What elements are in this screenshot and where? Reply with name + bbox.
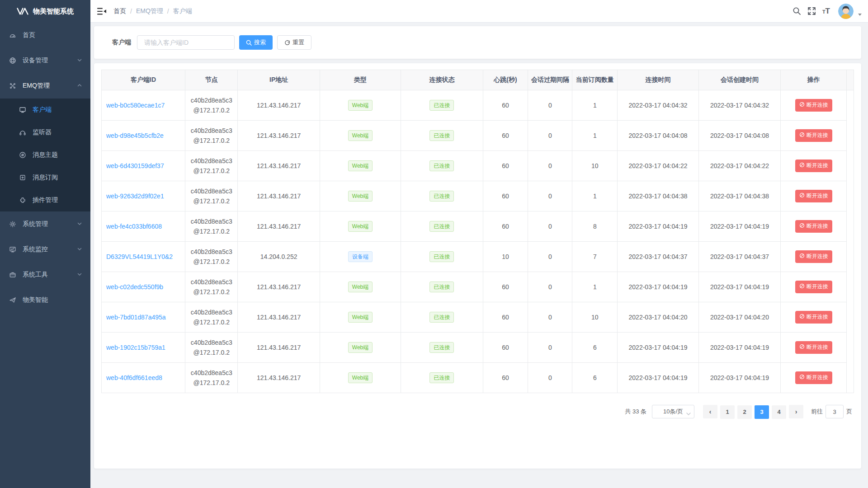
fullscreen-icon[interactable] <box>807 7 816 15</box>
sidebar-item-设备管理[interactable]: 设备管理 <box>0 48 90 73</box>
page-button-2[interactable]: 2 <box>737 405 752 419</box>
status-badge: 已连接 <box>429 312 454 323</box>
breadcrumb-home[interactable]: 首页 <box>113 7 126 15</box>
node-name: c40b2d8ea5c3 <box>185 95 237 105</box>
app-title: 物美智能系统 <box>33 7 74 16</box>
created-time-cell: 2022-03-17 04:04:32 <box>698 90 780 120</box>
disconnect-icon <box>799 374 805 381</box>
disconnect-button[interactable]: 断开连接 <box>795 311 832 324</box>
disconnect-button[interactable]: 断开连接 <box>795 129 832 142</box>
sidebar-item-EMQ管理[interactable]: EMQ管理 <box>0 73 90 99</box>
client-id-link[interactable]: D6329VL54419L1Y0&2 <box>106 253 173 260</box>
connected-time-cell: 2022-03-17 04:04:22 <box>618 150 699 181</box>
gear-icon <box>9 221 16 228</box>
topic-icon <box>19 151 26 159</box>
sidebar-item-系统监控[interactable]: 系统监控 <box>0 237 90 262</box>
avatar[interactable] <box>838 4 854 19</box>
client-id-link[interactable]: web-7bd01d87a495a <box>106 314 166 321</box>
node-address: @172.17.0.2 <box>185 166 237 176</box>
goto-page-input[interactable] <box>826 405 844 418</box>
node-name: c40b2d8ea5c3 <box>185 126 237 136</box>
search-button[interactable]: 搜索 <box>239 35 273 50</box>
client-id-link[interactable]: web-9263d2d9f02e1 <box>106 192 164 200</box>
chevron-down-icon <box>77 246 82 253</box>
user-menu-caret-icon[interactable] <box>858 14 862 16</box>
table-row: web-7bd01d87a495a c40b2d8ea5c3@172.17.0.… <box>102 302 854 332</box>
node-name: c40b2d8ea5c3 <box>185 277 237 287</box>
sidebar-item-系统管理[interactable]: 系统管理 <box>0 211 90 237</box>
status-badge: 已连接 <box>429 100 454 111</box>
page-button-4[interactable]: 4 <box>772 405 786 419</box>
breadcrumb: 首页 / EMQ管理 / 客户端 <box>113 7 192 15</box>
sidebar-menu: 首页设备管理EMQ管理客户端监听器消息主题消息订阅插件管理系统管理系统监控系统工… <box>0 23 90 313</box>
disconnect-button[interactable]: 断开连接 <box>795 190 832 202</box>
column-header: 会话过期间隔 <box>528 70 572 90</box>
scrollbar-gutter <box>847 272 854 302</box>
client-id-link[interactable]: web-40f6df661eed8 <box>106 374 162 381</box>
scrollbar-gutter <box>847 362 854 393</box>
table-row: web-6d430159def37 c40b2d8ea5c3@172.17.0.… <box>102 150 854 181</box>
created-time-cell: 2022-03-17 04:04:19 <box>698 362 780 393</box>
disconnect-button[interactable]: 断开连接 <box>795 220 832 233</box>
client-id-link[interactable]: web-1902c15b759a1 <box>106 344 165 351</box>
column-header: 当前订阅数量 <box>572 70 618 90</box>
disconnect-button[interactable]: 断开连接 <box>795 341 832 354</box>
client-id-input[interactable] <box>137 35 235 50</box>
expiry-cell: 0 <box>528 90 572 120</box>
pagination-goto: 前往 页 <box>811 405 852 418</box>
sidebar-collapse-icon[interactable] <box>90 0 113 22</box>
expiry-cell: 0 <box>528 211 572 241</box>
client-id-link[interactable]: web-fe4c033bf6608 <box>106 223 162 230</box>
disconnect-button[interactable]: 断开连接 <box>795 250 832 263</box>
sidebar-item-label: 设备管理 <box>23 56 77 65</box>
keepalive-cell: 60 <box>483 181 528 211</box>
page-button-3[interactable]: 3 <box>755 405 769 419</box>
emq-icon <box>9 82 16 89</box>
pagination: 共 33 条 10条/页 ‹1234› 前往 页 <box>101 405 854 419</box>
plugin-icon <box>19 197 26 204</box>
client-table-panel: 客户端ID节点IP地址类型连接状态心跳(秒)会话过期间隔当前订阅数量连接时间会话… <box>94 63 861 469</box>
search-field-label: 客户端 <box>112 38 131 47</box>
expiry-cell: 0 <box>528 241 572 272</box>
breadcrumb-separator: / <box>130 8 132 15</box>
disconnect-button[interactable]: 断开连接 <box>795 99 832 112</box>
sidebar-item-客户端[interactable]: 客户端 <box>0 99 90 121</box>
created-time-cell: 2022-03-17 04:04:37 <box>698 241 780 272</box>
created-time-cell: 2022-03-17 04:04:19 <box>698 272 780 302</box>
next-page-button[interactable]: › <box>789 405 803 418</box>
type-badge: Web端 <box>348 312 373 323</box>
chevron-down-icon <box>77 271 82 278</box>
prev-page-button[interactable]: ‹ <box>703 405 717 418</box>
font-size-icon[interactable]: TT <box>822 7 830 16</box>
sidebar-item-插件管理[interactable]: 插件管理 <box>0 189 90 211</box>
subscriptions-cell: 1 <box>572 120 618 150</box>
disconnect-button[interactable]: 断开连接 <box>795 160 832 172</box>
scrollbar-gutter <box>847 181 854 211</box>
connected-time-cell: 2022-03-17 04:04:20 <box>618 302 699 332</box>
column-header: 类型 <box>320 70 401 90</box>
disconnect-button[interactable]: 断开连接 <box>795 371 832 384</box>
disconnect-icon <box>799 223 805 230</box>
scrollbar-gutter <box>847 120 854 150</box>
search-icon[interactable] <box>793 7 801 15</box>
sidebar-item-首页[interactable]: 首页 <box>0 23 90 48</box>
node-cell: c40b2d8ea5c3@172.17.0.2 <box>185 302 238 332</box>
page-button-1[interactable]: 1 <box>720 405 735 419</box>
sidebar-item-label: 系统工具 <box>23 271 77 279</box>
reset-button[interactable]: 重置 <box>277 35 311 50</box>
sidebar-item-label: 消息订阅 <box>33 174 82 182</box>
client-id-link[interactable]: web-d98e45b5cfb2e <box>106 132 164 139</box>
sidebar-item-消息主题[interactable]: 消息主题 <box>0 144 90 166</box>
client-id-link[interactable]: web-6d430159def37 <box>106 162 164 169</box>
sidebar-item-系统工具[interactable]: 系统工具 <box>0 262 90 287</box>
sidebar-item-消息订阅[interactable]: 消息订阅 <box>0 166 90 189</box>
disconnect-button[interactable]: 断开连接 <box>795 281 832 293</box>
keepalive-cell: 10 <box>483 241 528 272</box>
subscriptions-cell: 1 <box>572 90 618 120</box>
sidebar-item-监听器[interactable]: 监听器 <box>0 121 90 144</box>
client-id-link[interactable]: web-c02dedc550f9b <box>106 283 163 291</box>
page-size-select[interactable]: 10条/页 <box>652 405 694 418</box>
client-id-link[interactable]: web-b0c580ecae1c7 <box>106 102 165 109</box>
created-time-cell: 2022-03-17 04:04:08 <box>698 120 780 150</box>
sidebar-item-物美智能[interactable]: 物美智能 <box>0 287 90 313</box>
